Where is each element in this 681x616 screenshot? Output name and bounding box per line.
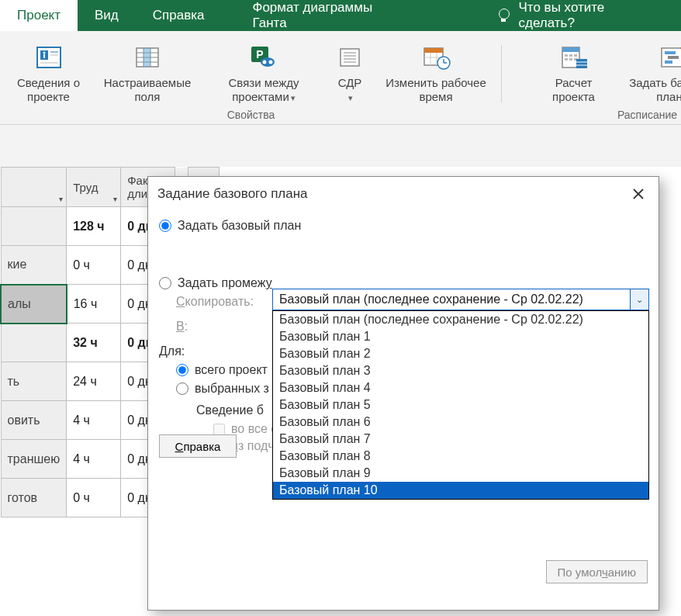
svg-point-17 bbox=[263, 61, 267, 64]
col-work[interactable]: Труд▾ bbox=[67, 168, 121, 207]
baseline-option[interactable]: Базовый план 9 bbox=[273, 465, 648, 482]
set-baseline-dialog: Задание базового плана Задать базовый пл… bbox=[147, 176, 659, 611]
custom-fields-button[interactable]: Настраиваемые поля bbox=[89, 37, 206, 107]
calculator-icon bbox=[534, 40, 613, 74]
close-icon bbox=[632, 188, 645, 200]
project-info-icon bbox=[9, 40, 88, 74]
baseline-option[interactable]: Базовый план 2 bbox=[273, 345, 648, 362]
svg-rect-35 bbox=[569, 54, 572, 57]
group-label-properties: Свойства bbox=[8, 109, 494, 124]
tell-me-search[interactable]: Что вы хотите сделать? bbox=[480, 0, 681, 31]
close-button[interactable] bbox=[627, 183, 649, 205]
row-header: овить bbox=[1, 401, 67, 440]
svg-rect-25 bbox=[424, 48, 443, 53]
svg-rect-13 bbox=[143, 48, 150, 67]
baseline-option[interactable]: Базовый план 6 bbox=[273, 414, 648, 431]
svg-rect-38 bbox=[569, 58, 572, 61]
tab-help[interactable]: Справка bbox=[136, 0, 222, 31]
wbs-icon bbox=[323, 40, 376, 74]
baseline-option-selected[interactable]: Базовый план 10 bbox=[273, 482, 648, 499]
custom-fields-icon bbox=[91, 40, 204, 74]
chevron-down-icon: ▾ bbox=[291, 93, 296, 103]
set-as-default-button[interactable]: По умолчанию bbox=[546, 560, 648, 583]
svg-point-2 bbox=[43, 52, 45, 54]
row-header: кие bbox=[1, 246, 67, 285]
svg-text:P: P bbox=[256, 48, 263, 61]
baseline-option[interactable]: Базовый план 1 bbox=[273, 328, 648, 345]
baseline-option[interactable]: Базовый план (последнее сохранение - Ср … bbox=[273, 311, 648, 328]
chevron-down-icon: ▾ bbox=[348, 93, 353, 103]
tell-me-label: Что вы хотите сделать? bbox=[519, 0, 664, 31]
wbs-button[interactable]: СДР▾ bbox=[322, 37, 378, 107]
row-header bbox=[1, 207, 67, 246]
svg-rect-3 bbox=[43, 54, 45, 58]
row-header-selected: алы bbox=[1, 285, 67, 324]
links-between-projects-button[interactable]: P Связи между проектами▾ bbox=[206, 37, 322, 107]
project-info-button[interactable]: Сведения о проекте bbox=[8, 37, 89, 107]
baseline-option[interactable]: Базовый план 5 bbox=[273, 396, 648, 414]
row-header bbox=[1, 324, 67, 362]
filter-dropdown-icon[interactable]: ▾ bbox=[113, 195, 117, 203]
svg-rect-45 bbox=[668, 56, 679, 59]
svg-rect-46 bbox=[665, 61, 672, 64]
svg-rect-36 bbox=[574, 54, 577, 57]
help-button[interactable]: Справка bbox=[159, 434, 237, 458]
baseline-option[interactable]: Базовый план 3 bbox=[273, 362, 648, 379]
chevron-down-icon[interactable]: ⌄ bbox=[630, 289, 648, 310]
baseline-icon bbox=[616, 40, 681, 74]
row-header: готов bbox=[1, 479, 67, 517]
group-label-schedule: Расписание bbox=[533, 109, 681, 124]
svg-rect-34 bbox=[565, 54, 568, 57]
calculate-project-button[interactable]: Расчет проекта bbox=[533, 37, 614, 107]
baseline-option[interactable]: Базовый план 7 bbox=[273, 431, 648, 448]
baseline-dropdown-list[interactable]: Базовый план (последнее сохранение - Ср … bbox=[272, 310, 649, 500]
lightbulb-icon bbox=[497, 9, 511, 22]
calendar-clock-icon bbox=[379, 40, 493, 74]
row-header-blank: ▾ bbox=[1, 168, 67, 207]
svg-rect-19 bbox=[340, 49, 359, 66]
dialog-title: Задание базового плана bbox=[157, 186, 308, 202]
links-icon: P bbox=[207, 40, 320, 74]
baseline-option[interactable]: Базовый план 8 bbox=[273, 448, 648, 465]
ribbon-tabs: Проект Вид Справка Формат диаграммы Гант… bbox=[0, 0, 681, 31]
set-baseline-button[interactable]: Задать базовый план ▾ bbox=[614, 37, 681, 107]
baseline-option[interactable]: Базовый план 4 bbox=[273, 379, 648, 396]
tab-gantt-format[interactable]: Формат диаграммы Ганта bbox=[221, 0, 441, 31]
tab-view[interactable]: Вид bbox=[78, 0, 136, 31]
svg-rect-44 bbox=[665, 51, 676, 54]
filter-dropdown-icon[interactable]: ▾ bbox=[59, 195, 63, 203]
svg-point-18 bbox=[269, 61, 273, 64]
baseline-combo[interactable]: Базовый план (последнее сохранение - Ср … bbox=[272, 289, 649, 310]
row-header: траншею bbox=[1, 440, 67, 479]
ribbon-body: Сведения о проекте Настраиваемые поля P … bbox=[0, 31, 681, 125]
svg-rect-40 bbox=[576, 59, 587, 68]
radio-set-baseline[interactable]: Задать базовый план bbox=[159, 219, 648, 233]
baseline-combo-value: Базовый план (последнее сохранение - Ср … bbox=[273, 292, 630, 306]
svg-rect-37 bbox=[565, 58, 568, 61]
svg-rect-33 bbox=[562, 47, 579, 52]
change-working-time-button[interactable]: Изменить рабочее время bbox=[378, 37, 494, 107]
row-header: ть bbox=[1, 362, 67, 401]
tab-project[interactable]: Проект bbox=[0, 0, 78, 31]
